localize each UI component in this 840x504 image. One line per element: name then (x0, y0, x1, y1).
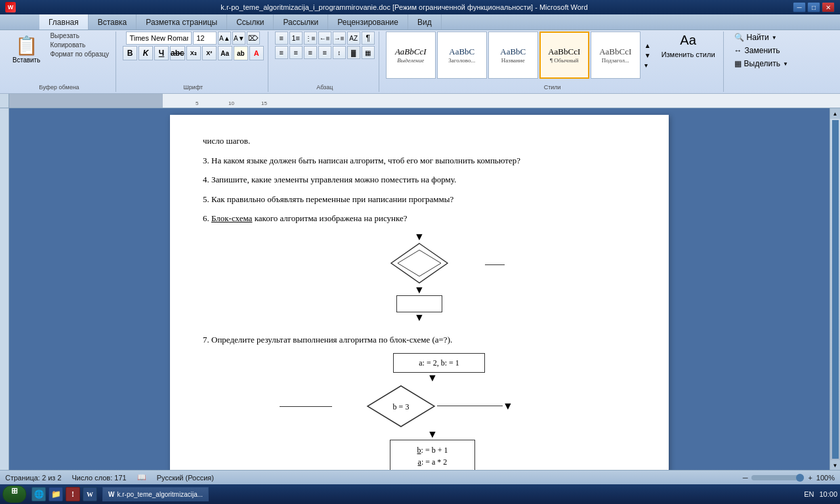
question-7: 7. Определите результат выполнения алгор… (203, 333, 636, 346)
q7-text: 7. Определите результат выполнения алгор… (203, 335, 452, 345)
copy-button[interactable]: Копировать (47, 41, 112, 49)
close-button[interactable]: ✕ (822, 2, 835, 12)
clear-format-button[interactable]: ⌦ (247, 32, 260, 45)
question-6: 6. Блок-схема какого алгоритма изображен… (203, 212, 636, 225)
paste-button[interactable]: 📋 Вставить (7, 32, 46, 83)
zoom-slider[interactable] (751, 475, 804, 480)
start-button[interactable]: ⊞ (3, 486, 26, 503)
line-spacing-button[interactable]: ↕ (333, 46, 346, 59)
style-title[interactable]: AaBbC Название (488, 32, 538, 79)
show-formatting-button[interactable]: ¶ (362, 32, 375, 45)
strikethrough-button[interactable]: abc (170, 46, 185, 60)
ruler: 5 10 15 (0, 94, 840, 108)
word-icon[interactable]: W (83, 487, 97, 501)
font-size-decrease-button[interactable]: A▼ (232, 32, 245, 45)
windows-logo: ⊞ (11, 486, 18, 495)
folder-icon[interactable]: 📁 (49, 487, 63, 501)
scroll-thumb[interactable] (832, 120, 839, 459)
scroll-down-button[interactable]: ▼ (830, 460, 841, 471)
q4-text: 4. Запишите, какие элементы управления м… (203, 175, 456, 184)
sort-button[interactable]: AZ (347, 32, 360, 45)
status-bar: Страница: 2 из 2 Число слов: 171 📖 Русск… (0, 470, 840, 484)
zoom-out-button[interactable]: ─ (742, 472, 749, 483)
font-size-increase-button[interactable]: A▲ (218, 32, 231, 45)
change-styles-button[interactable]: Аа Изменить стили (658, 32, 719, 60)
title-bar-text: k.r-po_teme_algoritmizacija_i_programmir… (16, 3, 793, 11)
font-color-button[interactable]: A (249, 46, 264, 60)
find-dropdown-icon: ▼ (772, 35, 777, 41)
fc1-container: ▼ ▼ ▼ (354, 232, 485, 324)
para-row2: ≡ ≡ ≡ ≡ ↕ ▓ ▦ (275, 46, 375, 59)
fc1-rect (396, 295, 442, 313)
minimize-button[interactable]: ─ (793, 2, 806, 12)
para-row1: ≡ 1≡ ⋮≡ ←≡ →≡ AZ ¶ (275, 32, 375, 45)
tab-mailings[interactable]: Рассылки (274, 14, 328, 30)
tab-view[interactable]: Вид (408, 14, 442, 30)
restore-button[interactable]: □ (807, 2, 820, 12)
justify-button[interactable]: ≡ (318, 46, 331, 59)
format-paint-button[interactable]: Формат по образцу (47, 50, 112, 58)
font-name-input[interactable] (126, 32, 192, 45)
clipboard-small-buttons: Вырезать Копировать Формат по образцу (47, 32, 112, 83)
case-button[interactable]: Aa (218, 46, 232, 60)
multilevel-list-button[interactable]: ⋮≡ (304, 32, 317, 45)
fc2-left-line (280, 406, 332, 408)
border-button[interactable]: ▦ (362, 46, 375, 59)
paragraph-section: ≡ 1≡ ⋮≡ ←≡ →≡ AZ ¶ ≡ ≡ ≡ ≡ ↕ ▓ ▦ Абзац (271, 32, 379, 92)
underline-button[interactable]: Ч (154, 46, 169, 60)
list-numbers-button[interactable]: 1≡ (289, 32, 303, 45)
styles-scroll-down[interactable]: ▼ (643, 51, 652, 60)
style-normal[interactable]: AaBbCcI ¶ Обычный (539, 32, 589, 79)
replace-icon: ↔ (734, 46, 742, 55)
tab-references[interactable]: Ссылки (227, 14, 274, 30)
cut-button[interactable]: Вырезать (47, 32, 112, 40)
align-right-button[interactable]: ≡ (304, 46, 317, 59)
tab-insert[interactable]: Вставка (89, 14, 137, 30)
browser-icon[interactable]: 🌐 (32, 487, 46, 501)
page-status: Страница: 2 из 2 (5, 474, 62, 482)
zoom-in-button[interactable]: + (807, 472, 813, 483)
bold-button[interactable]: B (123, 46, 137, 60)
style-highlight[interactable]: AaBbCcI Выделение (386, 32, 436, 79)
find-button[interactable]: 🔍 Найти ▼ (730, 32, 781, 43)
antivirus-icon[interactable]: ! (66, 487, 80, 501)
zoom-thumb[interactable] (796, 474, 804, 482)
shading-button[interactable]: ▓ (347, 46, 360, 59)
subscript-button[interactable]: X₂ (186, 46, 201, 60)
line-number-text: число шагов. (203, 135, 636, 148)
align-left-button[interactable]: ≡ (275, 46, 288, 59)
superscript-button[interactable]: X² (202, 46, 217, 60)
tab-page-layout[interactable]: Разметка страницы (136, 14, 227, 30)
line1-text: число шагов. (203, 136, 250, 146)
ribbon: Главная Вставка Разметка страницы Ссылки… (0, 14, 840, 94)
scroll-up-button[interactable]: ▲ (830, 108, 841, 119)
styles-scroll: ▲ ▼ ▾ (642, 32, 654, 79)
font-section: A▲ A▼ ⌦ B K Ч abc X₂ X² Aa ab A Шрифт (119, 32, 268, 92)
styles-more[interactable]: ▾ (643, 60, 652, 70)
fc2-start-row: а: = 2, b: = 1 (242, 353, 636, 373)
task-label: k.r-po_teme_algoritmizacija... (117, 491, 203, 498)
style-subtitle[interactable]: AaBbCcI Подзагол... (591, 32, 640, 79)
zoom-level: 100% (816, 474, 835, 482)
style-heading[interactable]: AaBbC Заголово... (437, 32, 487, 79)
active-task-button[interactable]: W k.r-po_teme_algoritmizacija... (102, 487, 209, 501)
replace-button[interactable]: ↔ Заменить (730, 45, 784, 56)
font-section-label: Шрифт (119, 84, 268, 91)
main-area: число шагов. 3. На каком языке должен бы… (0, 108, 840, 471)
list-bullets-button[interactable]: ≡ (275, 32, 288, 45)
tab-review[interactable]: Рецензирование (328, 14, 408, 30)
question-3: 3. На каком языке должен быть написан ал… (203, 154, 636, 167)
fc1-top-arrow: ▼ (414, 232, 425, 242)
decrease-indent-button[interactable]: ←≡ (318, 32, 331, 45)
select-button[interactable]: ▦ Выделить ▼ (730, 58, 792, 70)
highlight-button[interactable]: ab (234, 46, 248, 60)
taskbar: ⊞ 🌐 📁 ! W W k.r-po_teme_algoritmizacija.… (0, 484, 840, 504)
font-size-input[interactable] (193, 32, 217, 45)
align-center-button[interactable]: ≡ (289, 46, 303, 59)
tab-home[interactable]: Главная (39, 14, 89, 30)
question-4: 4. Запишите, какие элементы управления м… (203, 173, 636, 186)
increase-indent-button[interactable]: →≡ (333, 32, 346, 45)
styles-scroll-up[interactable]: ▲ (643, 41, 652, 51)
paragraph-section-label: Абзац (271, 84, 379, 91)
italic-button[interactable]: K (138, 46, 153, 60)
